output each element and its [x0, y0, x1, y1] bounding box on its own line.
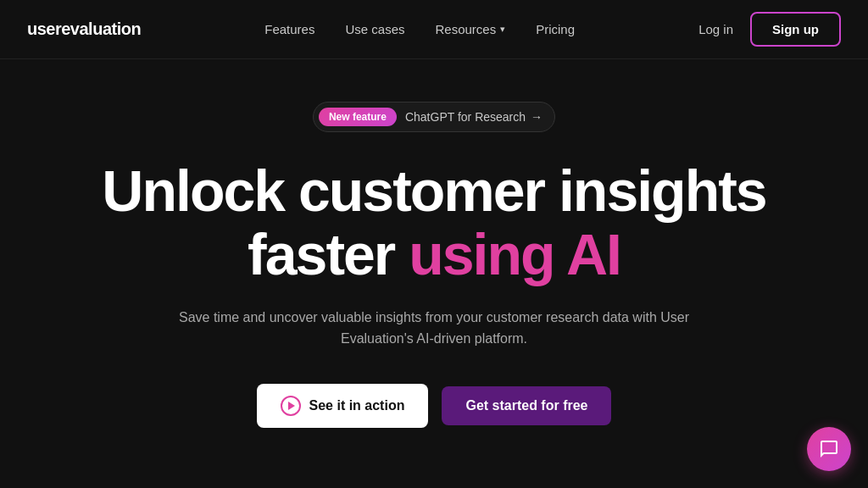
cta-buttons: See it in action Get started for free: [257, 384, 612, 428]
play-triangle: [288, 402, 295, 410]
nav-features[interactable]: Features: [264, 22, 314, 36]
chat-icon: [819, 439, 839, 459]
chevron-down-icon: ▾: [500, 24, 505, 35]
get-started-button[interactable]: Get started for free: [442, 386, 611, 425]
badge-label: New feature: [319, 108, 397, 126]
chat-bubble-button[interactable]: [807, 427, 851, 471]
nav-pricing[interactable]: Pricing: [536, 22, 575, 36]
see-action-button[interactable]: See it in action: [257, 384, 429, 428]
nav-actions: Log in Sign up: [698, 12, 841, 47]
login-button[interactable]: Log in: [698, 22, 733, 36]
navbar: userevaluation Features Use cases Resour…: [0, 0, 868, 59]
hero-section: New feature ChatGPT for Research → Unloc…: [0, 59, 868, 428]
logo[interactable]: userevaluation: [27, 19, 141, 39]
nav-resources[interactable]: Resources ▾: [435, 22, 505, 36]
nav-links: Features Use cases Resources ▾ Pricing: [264, 22, 575, 36]
play-icon: [281, 396, 301, 416]
hero-subtext: Save time and uncover valuable insights …: [171, 307, 697, 350]
hero-heading: Unlock customer insights faster using AI: [102, 159, 765, 286]
arrow-icon: →: [531, 110, 542, 124]
signup-button[interactable]: Sign up: [750, 12, 841, 47]
nav-use-cases[interactable]: Use cases: [345, 22, 404, 36]
badge-text: ChatGPT for Research →: [405, 110, 549, 124]
feature-badge[interactable]: New feature ChatGPT for Research →: [313, 102, 555, 132]
